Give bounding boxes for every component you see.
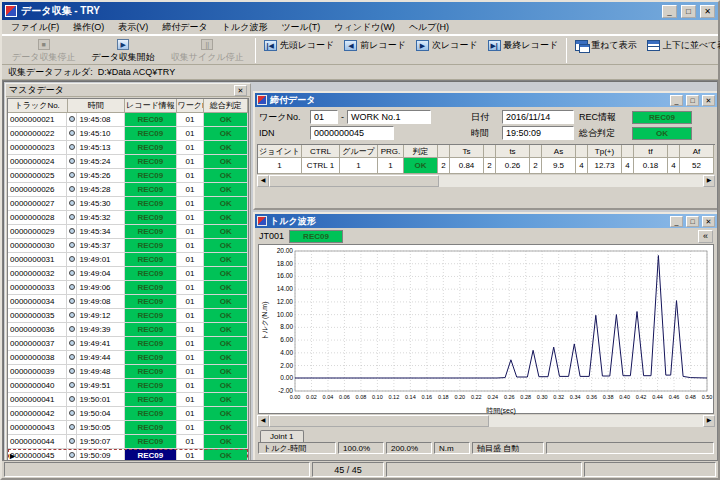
column-header-track[interactable]: トラックNo. [8, 99, 68, 113]
menu-item[interactable]: ファイル(F) [4, 21, 66, 34]
clock-icon [69, 438, 75, 444]
menu-item[interactable]: トルク波形 [215, 21, 275, 34]
svg-text:時間(sec): 時間(sec) [486, 407, 516, 415]
master-panel-close-icon[interactable]: ✕ [234, 85, 247, 96]
table-row[interactable]: 000000003819:49:44REC0901OK [8, 351, 248, 365]
table-row[interactable]: 000000003119:49:01REC0901OK [8, 253, 248, 267]
tab-joint-1[interactable]: Joint 1 [260, 430, 304, 442]
menu-item[interactable]: ヘルプ(H) [402, 21, 456, 34]
scrollbar-track[interactable] [439, 175, 703, 187]
scrollbar-thumb[interactable] [269, 415, 489, 427]
table-row[interactable]: 000000003419:49:08REC0901OK [8, 295, 248, 309]
column-header[interactable]: tf [634, 145, 668, 158]
column-header-workno[interactable]: ワークNo. [177, 99, 205, 113]
stop-collection-button[interactable]: ■ データ収集停止 [4, 37, 83, 64]
table-row[interactable]: 000000003619:49:39REC0901OK [8, 323, 248, 337]
collapse-panel-icon[interactable]: « [698, 230, 713, 243]
minimize-button[interactable]: _ [662, 5, 677, 18]
prev-record-button[interactable]: ◀ 前レコード [339, 37, 411, 54]
waveform-minimize-button[interactable]: _ [670, 216, 683, 227]
first-record-icon: |◀ [264, 40, 277, 51]
idn-field[interactable]: 0000000045 [310, 126, 394, 140]
column-header-time[interactable]: 時間 [68, 99, 126, 113]
column-header[interactable]: CTRL [302, 145, 340, 158]
scroll-left-icon[interactable]: ◀ [257, 415, 269, 427]
table-row[interactable]: 000000003719:49:41REC0901OK [8, 337, 248, 351]
column-header[interactable]: ts [496, 145, 530, 158]
scrollbar-track[interactable] [489, 415, 703, 427]
next-record-button[interactable]: ▶ 次レコード [411, 37, 483, 54]
time-field[interactable]: 19:50:09 [502, 126, 574, 140]
scrollbar-thumb[interactable] [269, 175, 439, 187]
table-row[interactable]: 000000002719:45:30REC0901OK [8, 197, 248, 211]
svg-text:0.30: 0.30 [537, 394, 548, 400]
work-no-field[interactable]: 01 [310, 110, 338, 124]
menu-item[interactable]: 表示(V) [111, 21, 155, 34]
first-record-button[interactable]: |◀ 先頭レコード [259, 37, 340, 54]
table-row[interactable]: 000000004319:50:05REC0901OK [8, 421, 248, 435]
column-header-judgement[interactable]: 総合判定 [204, 99, 248, 113]
table-row[interactable]: 1CTRL 111OK20.8420.2629.5412.7340.18452 [258, 158, 715, 174]
chart-horizontal-scrollbar[interactable]: ◀ ▶ [257, 415, 715, 427]
table-row[interactable]: 000000002319:45:13REC0901OK [8, 141, 248, 155]
menu-item[interactable]: ウィンドウ(W) [327, 21, 402, 34]
tightening-minimize-button[interactable]: _ [670, 95, 683, 106]
table-row[interactable]: 000000002819:45:32REC0901OK [8, 211, 248, 225]
column-header[interactable]: ジョイント [258, 145, 302, 158]
table-row[interactable]: 000000002219:45:10REC0901OK [8, 127, 248, 141]
date-field[interactable]: 2016/11/14 [502, 110, 574, 124]
cascade-windows-button[interactable]: 重ねて表示 [570, 37, 641, 54]
table-row[interactable]: 000000004119:50:01REC0901OK [8, 393, 248, 407]
table-row[interactable]: 000000004219:50:04REC0901OK [8, 407, 248, 421]
work-name-field[interactable]: WORK No.1 [347, 110, 431, 124]
column-header[interactable]: グループ [340, 145, 378, 158]
table-row[interactable]: 000000002419:45:24REC0901OK [8, 155, 248, 169]
table-row[interactable]: 000000002919:45:34REC0901OK [8, 225, 248, 239]
tightening-horizontal-scrollbar[interactable]: ◀ ▶ [257, 175, 715, 187]
table-cell: 52 [680, 158, 714, 174]
tightening-window-titlebar[interactable]: 締付データ _ □ ✕ [255, 93, 717, 107]
table-cell: 0000000045 [8, 449, 67, 461]
scroll-right-icon[interactable]: ▶ [703, 415, 715, 427]
column-header-recinfo[interactable]: レコード情報 [125, 99, 177, 113]
table-row[interactable]: 000000004019:49:51REC0901OK [8, 379, 248, 393]
tile-horizontal-button[interactable]: 上下に並べて表示 [642, 37, 720, 54]
tightening-close-button[interactable]: ✕ [702, 95, 715, 106]
table-row[interactable]: 000000003019:45:37REC0901OK [8, 239, 248, 253]
table-row[interactable]: 000000003319:49:06REC0901OK [8, 281, 248, 295]
tightening-maximize-button[interactable]: □ [686, 95, 699, 106]
clock-icon [67, 351, 77, 365]
waveform-maximize-button[interactable]: □ [686, 216, 699, 227]
menu-item[interactable]: 締付データ [155, 21, 214, 34]
scroll-left-icon[interactable]: ◀ [257, 175, 269, 187]
waveform-window-titlebar[interactable]: トルク波形 _ □ ✕ [255, 214, 717, 228]
table-row[interactable]: 000000003219:49:04REC0901OK [8, 267, 248, 281]
start-collection-button[interactable]: ▶ データ収集開始 [83, 37, 162, 64]
last-record-button[interactable]: ▶| 最終レコード [483, 37, 564, 54]
column-header[interactable]: As [542, 145, 576, 158]
scroll-right-icon[interactable]: ▶ [703, 175, 715, 187]
stop-cycle-button[interactable]: || 収集サイクル停止 [163, 37, 252, 64]
menu-item[interactable]: 操作(O) [66, 21, 111, 34]
clock-icon [69, 158, 75, 164]
table-row[interactable]: 000000004519:50:09REC0901OK► [8, 449, 248, 461]
maximize-button[interactable]: □ [681, 5, 696, 18]
column-header[interactable]: Af [680, 145, 714, 158]
table-row[interactable]: 000000002119:45:08REC0901OK [8, 113, 248, 127]
table-row[interactable]: 000000002519:45:26REC0901OK [8, 169, 248, 183]
svg-text:18.00: 18.00 [277, 260, 294, 267]
table-row[interactable]: 000000004419:50:07REC0901OK [8, 435, 248, 449]
date-label: 日付 [471, 111, 497, 124]
column-header[interactable]: Tp(+) [588, 145, 622, 158]
column-header[interactable]: Ts [450, 145, 484, 158]
table-row[interactable]: 000000003519:49:12REC0901OK [8, 309, 248, 323]
table-row[interactable]: 000000003919:49:48REC0901OK [8, 365, 248, 379]
menu-item[interactable]: ツール(T) [274, 21, 327, 34]
waveform-close-button[interactable]: ✕ [702, 216, 715, 227]
table-cell: REC09 [125, 337, 177, 351]
column-header[interactable]: 判定 [404, 145, 438, 158]
column-header[interactable]: PRG. [378, 145, 404, 158]
close-button[interactable]: ✕ [700, 5, 715, 18]
table-row[interactable]: 000000002619:45:28REC0901OK [8, 183, 248, 197]
table-cell: OK [204, 421, 248, 435]
